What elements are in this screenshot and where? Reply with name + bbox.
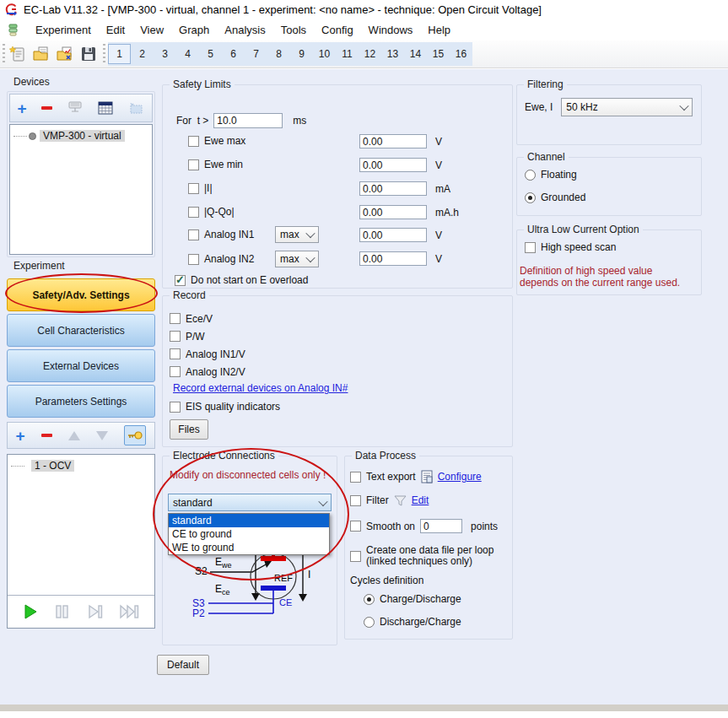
menu-item-windows[interactable]: Windows [361, 21, 421, 39]
eis-quality-checkbox[interactable] [170, 402, 181, 413]
new-virtual-device-icon[interactable] [127, 100, 144, 116]
text-export-checkbox[interactable] [350, 472, 361, 483]
record-checkbox-3[interactable] [170, 366, 181, 377]
analog-in1-mode-select[interactable]: max [275, 226, 319, 243]
open-graph-folder-icon [56, 45, 74, 63]
skip-to-end-icon[interactable] [119, 603, 141, 620]
pause-icon[interactable] [53, 603, 72, 620]
configure-link[interactable]: Configure [438, 471, 482, 483]
channel-button-4[interactable]: 4 [176, 44, 199, 64]
analog-in2-mode-select[interactable]: max [275, 251, 319, 267]
filtering-select[interactable]: 50 kHz [561, 98, 693, 116]
menu-item-config[interactable]: Config [314, 21, 361, 39]
analog-in2-checkbox[interactable] [188, 254, 199, 265]
charge-discharge-radio[interactable] [364, 594, 375, 605]
channel-button-6[interactable]: 6 [222, 44, 245, 64]
ewe-min-input[interactable] [359, 158, 427, 172]
channel-button-9[interactable]: 9 [290, 44, 313, 64]
smooth-checkbox[interactable] [350, 521, 361, 532]
next-icon[interactable] [86, 603, 105, 620]
device-item[interactable]: VMP-300 - virtual [40, 130, 125, 142]
menu-item-help[interactable]: Help [420, 21, 458, 39]
open-data-file-button[interactable] [54, 43, 76, 65]
tab-cell-characteristics[interactable]: Cell Characteristics [7, 314, 155, 347]
channel-button-8[interactable]: 8 [267, 44, 290, 64]
menu-item-analysis[interactable]: Analysis [217, 21, 272, 39]
channel-button-7[interactable]: 7 [245, 44, 267, 64]
charge-delta-checkbox[interactable] [188, 207, 199, 218]
move-up-button[interactable] [68, 431, 80, 440]
ewe-max-checkbox[interactable] [188, 136, 199, 147]
high-speed-scan-checkbox[interactable] [525, 242, 536, 253]
tab-parameters-settings[interactable]: Parameters Settings [7, 385, 155, 418]
save-button[interactable] [78, 43, 100, 65]
tab-external-devices[interactable]: External Devices [7, 349, 155, 382]
for-t-input[interactable] [213, 113, 283, 128]
electrode-option-we-to-ground[interactable]: WE to ground [169, 541, 329, 554]
device-tree-row[interactable]: VMP-300 - virtual [10, 128, 152, 143]
tab-safety-adv-settings[interactable]: Safety/Adv. Settings [7, 278, 155, 311]
analog-in1-checkbox[interactable] [188, 229, 199, 240]
record-checkbox-2[interactable] [170, 348, 181, 359]
smooth-points-input[interactable] [420, 519, 462, 533]
channel-button-11[interactable]: 11 [336, 44, 359, 64]
technique-list[interactable]: 1 - OCV [7, 454, 155, 629]
technique-tree-row[interactable]: 1 - OCV [8, 458, 154, 473]
add-technique-button[interactable]: + [16, 428, 25, 444]
device-connect-icon[interactable] [67, 100, 84, 116]
channel-button-13[interactable]: 13 [381, 44, 404, 64]
filter-edit-link[interactable]: Edit [412, 494, 429, 506]
channel-button-1[interactable]: 1 [108, 44, 131, 64]
analog-in1-input[interactable] [359, 228, 427, 242]
record-external-link[interactable]: Record external devices on Analog IN# [173, 382, 348, 394]
channels-grid-icon[interactable] [98, 101, 113, 115]
menu-item-experiment[interactable]: Experiment [28, 21, 99, 39]
loop-file-label: Create one data file per loop (linked te… [366, 545, 493, 567]
grounded-radio[interactable] [525, 192, 536, 203]
menu-item-view[interactable]: View [132, 21, 171, 39]
floating-radio[interactable] [525, 170, 536, 181]
remove-technique-button[interactable] [41, 434, 52, 437]
play-icon[interactable] [22, 603, 39, 620]
remove-device-button[interactable] [41, 106, 52, 110]
electrode-option-standard[interactable]: standard [169, 514, 329, 527]
channel-button-2[interactable]: 2 [131, 44, 154, 64]
channel-button-14[interactable]: 14 [404, 44, 427, 64]
channel-button-12[interactable]: 12 [359, 44, 381, 64]
analog-in2-input[interactable] [359, 251, 427, 266]
filter-checkbox[interactable] [350, 495, 361, 506]
menu-item-tools[interactable]: Tools [273, 21, 314, 39]
add-device-button[interactable]: + [18, 100, 27, 116]
electrode-option-ce-to-ground[interactable]: CE to ground [169, 527, 329, 541]
open-folder-icon [32, 45, 51, 63]
channel-button-5[interactable]: 5 [199, 44, 222, 64]
record-checkbox-1[interactable] [170, 331, 181, 342]
abs-current-checkbox[interactable] [188, 183, 199, 194]
channel-button-16[interactable]: 16 [450, 44, 472, 64]
record-check-label: Analog IN2/V [186, 366, 245, 378]
abs-current-input[interactable] [359, 181, 427, 196]
menu-item-graph[interactable]: Graph [171, 21, 217, 39]
ewe-min-checkbox[interactable] [188, 159, 199, 170]
devices-list[interactable]: VMP-300 - virtual [9, 124, 153, 255]
new-settings-button[interactable] [7, 43, 29, 65]
save-floppy-icon [80, 46, 97, 62]
ewe-max-input[interactable] [359, 134, 427, 148]
electrode-connection-select[interactable]: standard [168, 494, 332, 511]
overload-checkbox[interactable] [175, 275, 186, 286]
loop-file-checkbox[interactable] [350, 551, 361, 562]
discharge-charge-radio[interactable] [364, 617, 375, 628]
move-down-button[interactable] [96, 431, 108, 440]
advanced-settings-toggle[interactable] [124, 425, 146, 445]
channel-button-15[interactable]: 15 [427, 44, 450, 64]
channel-button-3[interactable]: 3 [154, 44, 176, 64]
default-button[interactable]: Default [157, 655, 209, 675]
charge-delta-input[interactable] [359, 205, 427, 219]
open-experiment-button[interactable] [30, 43, 52, 65]
technique-item[interactable]: 1 - OCV [31, 460, 74, 472]
record-checks: Ece/VP/WAnalog IN1/VAnalog IN2/V [170, 310, 245, 381]
menu-item-edit[interactable]: Edit [99, 21, 132, 39]
channel-button-10[interactable]: 10 [313, 44, 336, 64]
files-button[interactable]: Files [170, 419, 208, 440]
record-checkbox-0[interactable] [170, 313, 181, 324]
